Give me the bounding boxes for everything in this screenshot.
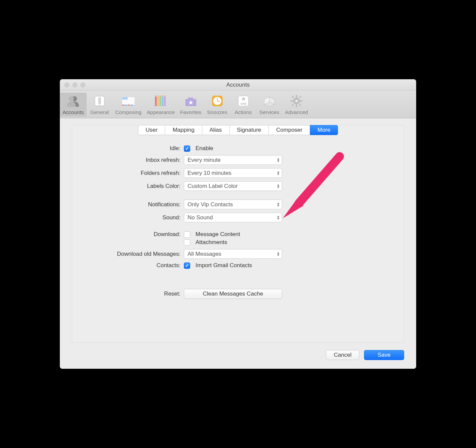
updown-icon: ▲▼: [277, 202, 280, 207]
toolbar-item-snoozes[interactable]: Snoozes: [204, 93, 230, 117]
download-message-content-text: Message Content: [196, 231, 240, 238]
actions-icon: ⌘ cmd: [236, 94, 250, 108]
svg-rect-15: [164, 97, 166, 106]
preferences-window: Accounts Accounts: [60, 79, 416, 369]
svg-marker-18: [159, 95, 161, 97]
folders-refresh-value: Every 10 minutes: [188, 170, 231, 177]
inbox-refresh-label: Inbox refresh:: [72, 157, 184, 163]
toolbar-label: Services: [259, 109, 279, 115]
sound-value: No Sound: [188, 214, 213, 221]
toolbar-item-services[interactable]: Services: [256, 93, 282, 117]
svg-point-1: [69, 96, 74, 101]
preferences-toolbar: Accounts General AIR MAIL: [60, 91, 416, 118]
tab-alias[interactable]: Alias: [202, 125, 230, 135]
toolbar-label: Appearance: [147, 109, 175, 115]
toolbar-item-favorites[interactable]: Favorites: [177, 93, 204, 117]
svg-text:⌘: ⌘: [241, 97, 245, 101]
svg-text:cmd: cmd: [240, 102, 246, 105]
svg-marker-19: [162, 95, 163, 97]
download-label: Download:: [72, 231, 184, 238]
notifications-popup[interactable]: Only Vip Contacts ▲▼: [184, 200, 282, 209]
download-message-content-checkbox[interactable]: [184, 231, 190, 238]
toolbar-label: General: [90, 109, 109, 115]
svg-rect-33: [296, 95, 297, 98]
svg-marker-20: [164, 95, 166, 97]
idle-enable-checkbox[interactable]: [184, 145, 190, 152]
idle-enable-text: Enable: [196, 145, 213, 152]
download-attachments-text: Attachments: [196, 239, 227, 246]
general-icon: [93, 94, 107, 108]
svg-rect-35: [290, 100, 293, 102]
inbox-refresh-popup[interactable]: Every minute ▲▼: [184, 155, 282, 165]
panel: User Mapping Alias Signature Composer Mo…: [60, 118, 416, 369]
appearance-icon: [154, 94, 168, 108]
idle-label: Idle:: [72, 145, 184, 152]
svg-rect-3: [99, 98, 101, 104]
svg-rect-34: [296, 104, 297, 107]
services-icon: [262, 94, 276, 108]
updown-icon: ▲▼: [277, 252, 280, 256]
svg-rect-11: [155, 97, 157, 106]
toolbar-item-actions[interactable]: ⌘ cmd Actions: [230, 93, 256, 117]
favorites-icon: [184, 94, 198, 108]
updown-icon: ▲▼: [277, 158, 280, 162]
tab-composer[interactable]: Composer: [268, 125, 310, 135]
tab-mapping[interactable]: Mapping: [165, 125, 202, 135]
labels-color-popup[interactable]: Custom Label Color ▲▼: [184, 181, 282, 191]
dialog-footer: Cancel Save: [72, 350, 404, 360]
save-button[interactable]: Save: [364, 350, 404, 360]
toolbar-item-general[interactable]: General: [87, 93, 113, 117]
gear-icon: [289, 94, 304, 108]
folders-refresh-popup[interactable]: Every 10 minutes ▲▼: [184, 168, 282, 178]
svg-rect-13: [159, 97, 161, 106]
notifications-value: Only Vip Contacts: [188, 201, 233, 208]
cancel-button[interactable]: Cancel: [326, 350, 359, 360]
toolbar-label: Accounts: [63, 109, 84, 115]
composing-icon: AIR MAIL: [121, 94, 135, 108]
window-controls: [60, 83, 85, 87]
toolbar-item-accounts[interactable]: Accounts: [60, 93, 87, 117]
tab-user[interactable]: User: [138, 125, 165, 135]
import-gmail-contacts-checkbox[interactable]: [184, 262, 190, 269]
contacts-label: Contacts:: [72, 262, 184, 269]
toolbar-label: Composing: [115, 109, 141, 115]
labels-color-label: Labels Color:: [72, 183, 184, 190]
tab-signature[interactable]: Signature: [229, 125, 269, 135]
inner-panel: User Mapping Alias Signature Composer Mo…: [72, 125, 404, 343]
folders-refresh-label: Folders refresh:: [72, 170, 184, 177]
toolbar-label: Favorites: [180, 109, 202, 115]
updown-icon: ▲▼: [277, 184, 280, 189]
zoom-window-icon[interactable]: [81, 83, 85, 87]
svg-rect-39: [291, 104, 294, 106]
svg-text:AIR MAIL: AIR MAIL: [123, 98, 131, 100]
inbox-refresh-value: Every minute: [188, 157, 221, 163]
labels-color-value: Custom Label Color: [188, 183, 238, 190]
snoozes-icon: [210, 94, 224, 108]
updown-icon: ▲▼: [277, 215, 280, 220]
download-old-label: Download old Messages:: [72, 251, 184, 257]
toolbar-item-appearance[interactable]: Appearance: [144, 93, 177, 117]
toolbar-item-advanced[interactable]: Advanced: [282, 93, 311, 117]
download-attachments-checkbox[interactable]: [184, 239, 190, 246]
notifications-label: Notifications:: [72, 201, 184, 208]
clean-messages-cache-button[interactable]: Clean Messages Cache: [184, 289, 282, 299]
svg-marker-17: [157, 95, 159, 97]
reset-label: Reset:: [72, 291, 184, 297]
download-old-popup[interactable]: All Messages ▲▼: [184, 249, 282, 259]
minimize-window-icon[interactable]: [73, 83, 77, 87]
download-old-value: All Messages: [188, 251, 221, 257]
toolbar-label: Advanced: [285, 109, 308, 115]
toolbar-label: Actions: [235, 109, 252, 115]
import-gmail-contacts-text: Import Gmail Contacts: [196, 262, 252, 269]
toolbar-label: Snoozes: [207, 109, 227, 115]
svg-rect-37: [291, 96, 294, 98]
close-window-icon[interactable]: [65, 83, 69, 87]
window-title: Accounts: [60, 82, 416, 88]
svg-rect-40: [299, 104, 301, 106]
sound-popup[interactable]: No Sound ▲▼: [184, 213, 282, 222]
svg-point-41: [295, 100, 298, 102]
titlebar: Accounts: [60, 79, 416, 91]
updown-icon: ▲▼: [277, 171, 280, 176]
tab-more[interactable]: More: [310, 125, 338, 135]
toolbar-item-composing[interactable]: AIR MAIL Composing: [113, 93, 144, 117]
